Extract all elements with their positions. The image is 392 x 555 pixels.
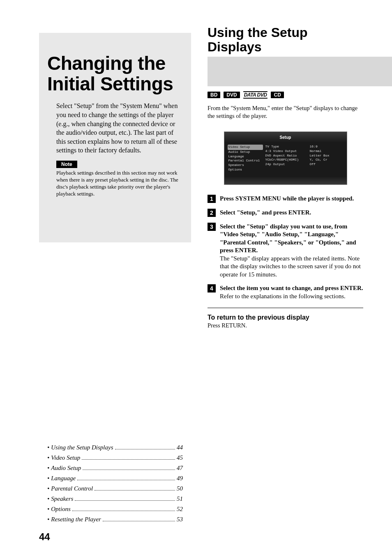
toc-row: • Parental Control50 [47, 485, 183, 492]
osd-setting: TV Type [265, 145, 307, 149]
osd-left-menu: Video Setup Audio Setup Language Parenta… [228, 145, 262, 172]
toc-dots [103, 521, 175, 521]
toc-row: • Language49 [47, 475, 183, 482]
osd-setting: 4:3 Video Output [265, 149, 307, 154]
osd-setting: YCbCr/RGBPC(HDMI) [265, 158, 307, 162]
toc-bullet: • [47, 465, 49, 472]
step-3: 3 Select the "Setup" display you want to… [208, 223, 363, 279]
toc-dots [75, 500, 175, 501]
disc-badges: BD DVD DATA DVD CD [208, 91, 363, 99]
toc-dots [77, 480, 175, 480]
osd-value: Off [310, 162, 343, 167]
note-text: Playback settings described in this sect… [56, 170, 183, 198]
step-bold: Select "Setup," and press ENTER. [220, 209, 311, 216]
badge-dvd: DVD [224, 92, 240, 98]
step-1: 1 Press SYSTEM MENU while the player is … [208, 195, 363, 203]
step-plain: The "Setup" display appears with the rel… [220, 255, 363, 279]
toc-bullet: • [47, 475, 49, 482]
toc-row: • Audio Setup47 [47, 465, 183, 472]
toc-page: 50 [177, 485, 183, 492]
chapter-intro: Select "Setup" from the "System Menu" wh… [56, 101, 181, 155]
toc-bullet: • [47, 495, 49, 502]
toc-label: Audio Setup [51, 465, 81, 472]
toc-row: • Video Setup45 [47, 454, 183, 461]
badge-bd: BD [208, 92, 220, 98]
osd-title: Setup [228, 135, 343, 145]
toc-label: Using the Setup Displays [51, 444, 113, 451]
step-plain: Refer to the explanations in the followi… [220, 292, 363, 301]
step-bold: Select the item you want to change, and … [220, 285, 363, 291]
step-bold: Select the "Setup" display you want to u… [220, 223, 356, 254]
section-heading: Using the Setup Displays [208, 25, 363, 54]
divider [208, 308, 363, 308]
osd-item: Speakers [228, 163, 262, 168]
toc-label: Video Setup [51, 454, 80, 461]
osd-value: Normal [310, 149, 343, 154]
osd-item: Options [228, 168, 262, 172]
toc-bullet: • [47, 506, 49, 513]
toc-dots [95, 490, 175, 491]
return-text: Press RETURN. [208, 322, 363, 329]
toc-bullet: • [47, 444, 49, 451]
toc-page: 49 [177, 475, 183, 482]
step-number: 4 [208, 284, 216, 292]
osd-item-selected: Video Setup [228, 145, 263, 150]
osd-setting: DVD Aspect Ratio [265, 154, 307, 158]
toc-dots [72, 511, 175, 511]
osd-value: Letter Box [310, 154, 343, 158]
step-4: 4 Select the item you want to change, an… [208, 284, 363, 300]
toc-page: 47 [177, 465, 183, 472]
toc-row: • Resetting the Player53 [47, 516, 183, 523]
step-number: 2 [208, 209, 216, 217]
osd-item: Audio Setup [228, 150, 262, 154]
badge-datadvd: DATA DVD [243, 91, 268, 99]
toc-label: Parental Control [51, 485, 93, 492]
osd-value: Y, Cb, Cr [310, 158, 343, 162]
toc-bullet: • [47, 485, 49, 492]
note-label: Note [56, 161, 77, 168]
toc-row: • Speakers51 [47, 495, 183, 502]
toc-page: 53 [177, 516, 183, 523]
toc: • Using the Setup Displays44• Video Setu… [47, 441, 183, 526]
setup-osd: Setup Video Setup Audio Setup Language P… [224, 131, 347, 185]
chapter-title: Changing the Initial Settings [47, 53, 183, 94]
toc-dots [82, 459, 175, 460]
osd-item: Parental Control [228, 159, 262, 163]
toc-page: 51 [177, 495, 183, 502]
heading-band [208, 57, 392, 86]
step-2: 2 Select "Setup," and press ENTER. [208, 209, 363, 217]
osd-mid-menu: TV Type 4:3 Video Output DVD Aspect Rati… [265, 145, 307, 172]
osd-right-values: 16:9 Normal Letter Box Y, Cb, Cr Off [310, 145, 343, 172]
step-number: 3 [208, 223, 216, 231]
badge-cd: CD [271, 92, 284, 98]
toc-page: 44 [177, 444, 183, 451]
toc-label: Language [51, 475, 76, 482]
section-intro: From the "System Menu," enter the "Setup… [208, 104, 363, 120]
toc-row: • Options52 [47, 506, 183, 513]
toc-row: • Using the Setup Displays44 [47, 444, 183, 451]
toc-dots [115, 449, 175, 449]
toc-dots [83, 470, 175, 470]
toc-label: Speakers [51, 495, 73, 502]
osd-item: Language [228, 154, 262, 159]
toc-page: 52 [177, 506, 183, 513]
step-bold: Press SYSTEM MENU while the player is st… [220, 195, 354, 202]
toc-label: Options [51, 506, 71, 513]
toc-bullet: • [47, 454, 49, 461]
toc-label: Resetting the Player [51, 516, 101, 523]
return-heading: To return to the previous display [208, 314, 363, 321]
osd-value: 16:9 [310, 145, 343, 149]
toc-bullet: • [47, 516, 49, 523]
toc-page: 45 [177, 454, 183, 461]
osd-setting: 24p Output [265, 162, 307, 167]
step-number: 1 [208, 195, 216, 203]
page-number: 44 [39, 531, 50, 543]
